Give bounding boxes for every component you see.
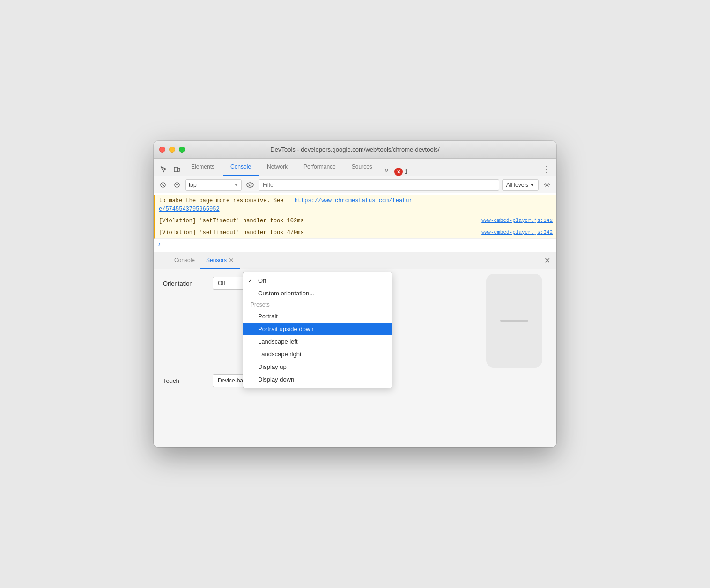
bottom-panel: ⋮ Console Sensors ✕ ✕ Orientation Off ▼ xyxy=(154,252,556,447)
orientation-dropdown: Off Custom orientation... Presets Portra… xyxy=(243,272,392,388)
console-line-text: [Violation] 'setTimeout' handler took 10… xyxy=(159,217,476,225)
filter-input[interactable] xyxy=(259,179,499,191)
error-badge: ✕ 1 xyxy=(394,168,408,176)
devtools-menu-button[interactable]: ⋮ xyxy=(540,163,553,176)
dropdown-item-landscape-left[interactable]: Landscape left xyxy=(243,335,392,348)
inspect-element-button[interactable] xyxy=(157,163,170,176)
close-sensors-tab-button[interactable]: ✕ xyxy=(229,257,234,264)
dropdown-item-display-down[interactable]: Display down xyxy=(243,373,392,386)
devtools-window: DevTools - developers.google.com/web/too… xyxy=(154,141,556,447)
console-toolbar: top ▼ All levels ▼ xyxy=(154,176,556,193)
bottom-tabs-bar: ⋮ Console Sensors ✕ ✕ xyxy=(154,252,556,269)
settings-button[interactable] xyxy=(541,179,553,191)
tab-network[interactable]: Network xyxy=(259,158,295,176)
svg-line-3 xyxy=(162,184,164,186)
log-levels-button[interactable]: All levels ▼ xyxy=(502,179,539,191)
more-tabs-button[interactable]: » xyxy=(381,164,392,176)
console-output: to make the page more responsive. See ht… xyxy=(154,193,556,252)
svg-rect-0 xyxy=(174,167,178,172)
dropdown-item-landscape-right[interactable]: Landscape right xyxy=(243,348,392,360)
tab-elements[interactable]: Elements xyxy=(184,158,222,176)
chevron-down-icon: ▼ xyxy=(530,182,534,187)
chevron-down-icon: ▼ xyxy=(234,182,238,187)
console-line: [Violation] 'setTimeout' handler took 47… xyxy=(154,227,556,239)
dropdown-item-display-up[interactable]: Display up xyxy=(243,360,392,373)
main-tabs: Elements Console Network Performance Sou… xyxy=(154,159,556,176)
minimize-button[interactable] xyxy=(169,147,175,153)
svg-rect-1 xyxy=(178,168,180,171)
eye-button[interactable] xyxy=(244,179,256,191)
dropdown-item-portrait[interactable]: Portrait xyxy=(243,310,392,323)
console-line: to make the page more responsive. See ht… xyxy=(154,195,556,215)
context-selector[interactable]: top ▼ xyxy=(185,179,242,191)
console-line-text: [Violation] 'setTimeout' handler took 47… xyxy=(159,228,476,237)
tab-sources[interactable]: Sources xyxy=(344,158,380,176)
traffic-lights xyxy=(159,147,185,153)
title-bar: DevTools - developers.google.com/web/too… xyxy=(154,141,556,159)
window-title: DevTools - developers.google.com/web/too… xyxy=(270,146,439,153)
error-icon: ✕ xyxy=(394,168,403,176)
orientation-label: Orientation xyxy=(163,280,205,287)
console-line-text: to make the page more responsive. See ht… xyxy=(159,197,553,213)
dropdown-item-portrait-upside-down[interactable]: Portrait upside down xyxy=(243,323,392,335)
clear-console-button[interactable] xyxy=(157,179,169,191)
touch-label: Touch xyxy=(163,377,205,384)
tab-console-bottom[interactable]: Console xyxy=(169,252,200,269)
tab-sensors[interactable]: Sensors ✕ xyxy=(200,252,240,269)
phone-bar xyxy=(500,320,528,322)
phone-mockup xyxy=(486,274,542,368)
console-line: [Violation] 'setTimeout' handler took 10… xyxy=(154,215,556,227)
stop-recording-button[interactable] xyxy=(171,179,183,191)
dropdown-item-off[interactable]: Off xyxy=(243,274,392,287)
console-line-source[interactable]: www-embed-player.js:342 xyxy=(481,228,553,236)
tab-performance[interactable]: Performance xyxy=(296,158,343,176)
maximize-button[interactable] xyxy=(179,147,185,153)
console-caret-icon: › xyxy=(157,241,161,248)
console-link[interactable]: https://www.chromestatus.com/feature/574… xyxy=(159,198,413,213)
dropdown-item-custom[interactable]: Custom orientation... xyxy=(243,287,392,300)
tab-console[interactable]: Console xyxy=(223,158,259,176)
bottom-tab-menu-button[interactable]: ⋮ xyxy=(157,255,169,266)
console-prompt-line[interactable]: › xyxy=(154,239,556,250)
svg-point-7 xyxy=(249,184,251,186)
sensors-panel: Orientation Off ▼ Off Custom orientation… xyxy=(154,269,556,447)
svg-point-6 xyxy=(247,183,253,187)
console-line-source[interactable]: www-embed-player.js:342 xyxy=(481,217,553,225)
dropdown-group-presets: Presets xyxy=(243,300,392,310)
close-button[interactable] xyxy=(159,147,165,153)
svg-point-8 xyxy=(546,184,548,186)
device-toggle-button[interactable] xyxy=(170,163,184,176)
close-bottom-panel-button[interactable]: ✕ xyxy=(541,255,553,266)
